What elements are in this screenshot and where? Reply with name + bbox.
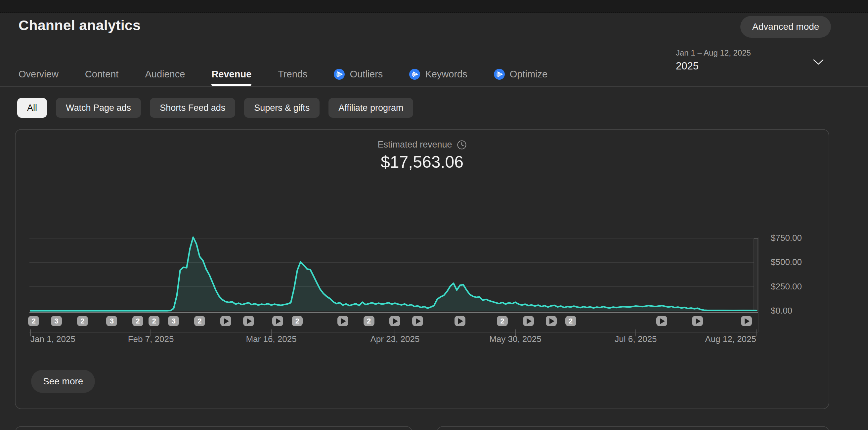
x-axis-label: Jan 1, 2025 [30, 334, 75, 344]
play-icon [224, 318, 229, 324]
video-marker-count-badge[interactable]: 2 [77, 316, 88, 326]
play-icon [458, 318, 463, 324]
date-range-label: Jan 1 – Aug 12, 2025 [676, 48, 826, 58]
video-marker-play-badge[interactable] [546, 316, 557, 326]
play-icon [660, 318, 665, 324]
vidiq-badge-icon: IQ [409, 69, 420, 80]
filter-chip-affiliate-program[interactable]: Affiliate program [329, 98, 413, 118]
tab-audience[interactable]: Audience [145, 62, 185, 87]
metric-header: Estimated revenue $17,563.06 [16, 140, 829, 172]
video-marker-count-badge[interactable]: 2 [565, 316, 576, 326]
date-year-label: 2025 [676, 60, 826, 72]
video-marker-play-badge[interactable] [692, 316, 703, 326]
video-marker-play-badge[interactable] [412, 316, 423, 326]
page-title: Channel analytics [19, 17, 141, 33]
youtube-studio-analytics-screen: Channel analytics Advanced mode Overview… [0, 0, 868, 430]
svg-text:IQ: IQ [412, 72, 416, 76]
chevron-down-icon [813, 59, 824, 65]
tab-label: Revenue [211, 69, 251, 80]
play-icon [696, 318, 701, 324]
play-icon [341, 318, 346, 324]
filter-chip-shorts-feed-ads[interactable]: Shorts Feed ads [150, 98, 235, 118]
svg-text:IQ: IQ [336, 72, 340, 76]
metric-value: $17,563.06 [16, 152, 829, 172]
video-marker-count-badge[interactable]: 2 [194, 316, 205, 326]
x-axis-label: Feb 7, 2025 [128, 334, 174, 344]
video-marker-count-badge[interactable]: 3 [168, 316, 179, 326]
video-marker-play-badge[interactable] [455, 316, 465, 326]
video-marker-play-badge[interactable] [243, 316, 254, 326]
play-icon [247, 318, 252, 324]
play-icon [276, 318, 281, 324]
tab-optimize[interactable]: IQ Optimize [494, 62, 548, 87]
filter-chip-watch-page-ads[interactable]: Watch Page ads [56, 98, 141, 118]
video-marker-count-badge[interactable]: 2 [292, 316, 303, 326]
y-axis-label: $0.00 [771, 306, 792, 316]
video-marker-count-badge[interactable]: 3 [51, 316, 62, 326]
filter-chip-supers-gifts[interactable]: Supers & gifts [244, 98, 319, 118]
video-marker-count-badge[interactable]: 2 [149, 316, 159, 326]
y-axis-label: $750.00 [771, 233, 802, 243]
video-marker-count-badge[interactable]: 2 [497, 316, 508, 326]
video-marker-play-badge[interactable] [220, 316, 231, 326]
x-axis-label: Aug 12, 2025 [705, 334, 756, 344]
play-icon [393, 318, 398, 324]
video-marker-count-badge[interactable]: 2 [132, 316, 143, 326]
estimated-revenue-card: Estimated revenue $17,563.06 23232232222… [15, 129, 829, 409]
y-axis-label: $500.00 [771, 257, 802, 267]
filter-chip-all[interactable]: All [17, 98, 47, 118]
chart-resize-handle[interactable] [754, 239, 758, 311]
revenue-line [30, 237, 756, 311]
tab-overview[interactable]: Overview [19, 62, 59, 87]
see-more-button[interactable]: See more [31, 370, 95, 393]
bottom-left-card [15, 426, 412, 430]
tab-revenue[interactable]: Revenue [211, 62, 251, 87]
y-axis-label: $250.00 [771, 281, 802, 292]
video-marker-play-badge[interactable] [272, 316, 283, 326]
tab-keywords[interactable]: IQ Keywords [409, 62, 467, 87]
video-marker-play-badge[interactable] [741, 316, 752, 326]
play-icon [416, 318, 421, 324]
x-axis-label: Jul 6, 2025 [615, 334, 657, 344]
x-axis-label: Apr 23, 2025 [370, 334, 420, 344]
vidiq-badge-icon: IQ [334, 69, 345, 80]
video-marker-count-badge[interactable]: 2 [364, 316, 374, 326]
window-top-strip [0, 0, 868, 13]
clock-icon [457, 140, 467, 150]
x-axis-label: May 30, 2025 [489, 334, 541, 344]
revenue-filter-chips: All Watch Page ads Shorts Feed ads Super… [17, 98, 413, 118]
play-icon [745, 318, 750, 324]
bottom-right-card [437, 426, 829, 430]
video-marker-play-badge[interactable] [523, 316, 534, 326]
vidiq-badge-icon: IQ [494, 69, 505, 80]
tab-label: Optimize [510, 69, 548, 80]
video-marker-play-badge[interactable] [389, 316, 400, 326]
play-icon [550, 318, 554, 324]
tab-label: Trends [278, 69, 307, 80]
video-marker-count-badge[interactable]: 3 [106, 316, 117, 326]
tab-label: Content [85, 69, 119, 80]
video-marker-play-badge[interactable] [337, 316, 348, 326]
analytics-tab-bar: Overview Content Audience Revenue Trends… [19, 62, 548, 87]
tab-trends[interactable]: Trends [278, 62, 307, 87]
metric-label: Estimated revenue [377, 140, 452, 150]
tab-label: Overview [19, 69, 59, 80]
tab-label: Outliers [350, 69, 383, 80]
video-marker-count-badge[interactable]: 2 [28, 316, 39, 326]
tab-label: Audience [145, 69, 185, 80]
date-range-picker[interactable]: Jan 1 – Aug 12, 2025 2025 [676, 48, 826, 72]
tab-label: Keywords [425, 69, 467, 80]
revenue-area-fill [30, 237, 756, 311]
tab-outliers[interactable]: IQ Outliers [334, 62, 383, 87]
tab-bar-divider [0, 86, 868, 87]
advanced-mode-button[interactable]: Advanced mode [740, 16, 831, 38]
svg-text:IQ: IQ [497, 72, 500, 76]
video-marker-play-badge[interactable] [656, 316, 667, 326]
play-icon [527, 318, 532, 324]
x-axis-label: Mar 16, 2025 [246, 334, 297, 344]
tab-content[interactable]: Content [85, 62, 119, 87]
